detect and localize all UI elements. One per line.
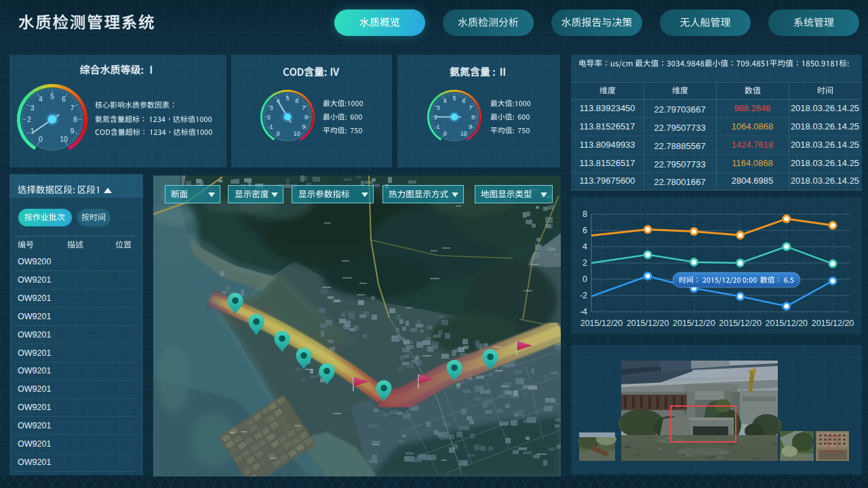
svg-text:4: 4 — [39, 95, 43, 103]
svg-text:3: 3 — [31, 104, 35, 112]
svg-text:0: 0 — [583, 274, 587, 284]
svg-text:8: 8 — [471, 114, 475, 121]
svg-text:2: 2 — [267, 114, 271, 121]
svg-text:6: 6 — [62, 95, 66, 103]
svg-text:10: 10 — [460, 130, 467, 137]
svg-text:7: 7 — [70, 104, 74, 112]
svg-text:1: 1 — [437, 123, 440, 130]
svg-text:10: 10 — [294, 130, 300, 137]
svg-text:2015/12/20: 2015/12/20 — [673, 319, 715, 328]
svg-text:-4: -4 — [580, 307, 587, 317]
svg-text:8: 8 — [304, 114, 308, 121]
svg-text:-2: -2 — [580, 291, 587, 300]
svg-text:6: 6 — [295, 98, 298, 104]
svg-text:5: 5 — [452, 95, 456, 102]
svg-text:9: 9 — [302, 123, 305, 130]
svg-text:0: 0 — [39, 135, 43, 143]
svg-text:5: 5 — [285, 95, 289, 102]
svg-text:6: 6 — [583, 226, 587, 235]
svg-text:4: 4 — [443, 98, 447, 104]
svg-text:8: 8 — [73, 115, 77, 123]
svg-text:6: 6 — [462, 98, 465, 104]
svg-text:4: 4 — [583, 242, 587, 251]
svg-text:2015/12/20: 2015/12/20 — [627, 319, 669, 328]
svg-text:0: 0 — [277, 130, 280, 137]
svg-text:3: 3 — [270, 104, 273, 111]
svg-text:2: 2 — [27, 115, 31, 123]
svg-text:7: 7 — [469, 104, 472, 111]
svg-text:2015/12/20: 2015/12/20 — [580, 319, 623, 328]
svg-text:2015/12/20: 2015/12/20 — [812, 319, 854, 328]
svg-text:2: 2 — [583, 258, 587, 268]
svg-text:3: 3 — [437, 104, 440, 111]
svg-text:5: 5 — [50, 92, 54, 100]
svg-text:2015/12/20: 2015/12/20 — [766, 319, 808, 328]
svg-text:9: 9 — [70, 127, 74, 135]
svg-text:9: 9 — [469, 123, 472, 130]
svg-text:1: 1 — [270, 123, 273, 130]
svg-text:0: 0 — [443, 130, 447, 137]
svg-text:8: 8 — [583, 209, 587, 219]
svg-text:10: 10 — [60, 135, 68, 143]
svg-text:7: 7 — [302, 104, 305, 111]
svg-text:2015/12/20: 2015/12/20 — [719, 319, 762, 328]
